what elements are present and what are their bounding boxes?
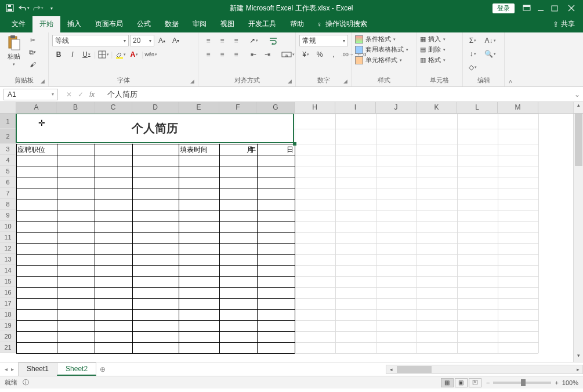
tab-文件[interactable]: 文件 [5,16,32,32]
column-header-A[interactable]: A [16,102,57,113]
tab-帮助[interactable]: 帮助 [283,16,311,32]
find-select-icon[interactable]: 🔍 [484,48,497,60]
align-middle-icon[interactable]: ≡ [216,35,229,46]
decrease-font-icon[interactable]: A▾ [169,35,182,46]
tab-公式[interactable]: 公式 [130,16,158,32]
sheet-tab-Sheet2[interactable]: Sheet2 [57,362,96,376]
cancel-formula-icon[interactable]: ✕ [66,90,72,99]
cells-area[interactable]: 个人简历✛应聘职位填表时间年月日 [16,114,573,362]
bold-button[interactable]: B [52,49,65,60]
row-header-13[interactable]: 13 [0,254,16,265]
row-header-2[interactable]: 2 [0,129,16,144]
column-header-H[interactable]: H [295,102,335,113]
select-all-corner[interactable] [0,102,16,113]
align-center-icon[interactable]: ≡ [216,49,229,60]
page-break-view-icon[interactable]: 凹 [469,378,481,387]
row-header-12[interactable]: 12 [0,243,16,254]
insert-cells-button[interactable]: ▦插入▾ [420,35,446,43]
accounting-icon[interactable]: ¥ [299,49,312,60]
decrease-indent-icon[interactable]: ⇤ [247,49,260,60]
zoom-out-icon[interactable]: − [486,379,490,386]
formula-input[interactable]: 个人简历 [103,89,571,100]
expand-formula-bar-icon[interactable]: ⌄ [571,90,583,99]
zoom-in-icon[interactable]: + [555,379,558,386]
name-box[interactable]: A1 [3,89,58,100]
font-size-combo[interactable]: 20 [130,35,154,46]
font-color-button[interactable]: A [128,49,140,60]
increase-font-icon[interactable]: A▴ [155,35,168,46]
row-header-4[interactable]: 4 [0,155,16,166]
save-icon[interactable] [3,2,16,14]
fill-color-button[interactable] [114,49,126,60]
undo-icon[interactable]: ▾ [17,2,30,14]
column-header-M[interactable]: M [498,102,538,113]
sort-filter-icon[interactable]: A↓ [484,35,497,46]
format-cells-button[interactable]: ▥格式▾ [420,56,446,64]
minimize-icon[interactable] [534,2,547,14]
column-header-D[interactable]: D [132,102,179,113]
number-launcher-icon[interactable]: ◢ [343,78,347,84]
scroll-up-icon[interactable]: ▴ [574,102,583,111]
format-painter-icon[interactable]: 🖌 [27,59,38,70]
redo-icon[interactable]: ▾ [31,2,44,14]
percent-icon[interactable]: % [313,49,326,60]
tab-审阅[interactable]: 审阅 [186,16,213,32]
copy-icon[interactable]: ⧉▾ [27,47,38,57]
column-header-F[interactable]: F [219,102,257,113]
login-button[interactable]: 登录 [493,3,515,13]
column-header-E[interactable]: E [179,102,219,113]
row-header-14[interactable]: 14 [0,265,16,276]
align-right-icon[interactable]: ≡ [230,49,242,60]
cell-styles-button[interactable]: 单元格样式▾ [355,56,402,64]
underline-button[interactable]: U [80,49,93,60]
increase-indent-icon[interactable]: ⇥ [261,49,274,60]
sheet-nav-prev-icon[interactable]: ◂ [5,366,8,372]
tab-视图[interactable]: 视图 [213,16,241,32]
row-header-7[interactable]: 7 [0,188,16,199]
row-header-10[interactable]: 10 [0,221,16,232]
tell-me-search[interactable]: ♀操作说明搜索 [311,19,373,32]
tab-开发工具[interactable]: 开发工具 [241,16,283,32]
column-header-K[interactable]: K [417,102,457,113]
comma-icon[interactable]: , [327,49,340,60]
zoom-control[interactable]: − + 100% [486,379,578,386]
close-icon[interactable] [562,2,581,14]
row-header-1[interactable]: 1 [0,114,16,129]
number-format-combo[interactable]: 常规 [299,35,348,46]
row-header-21[interactable]: 21 [0,342,16,353]
normal-view-icon[interactable]: ▦ [441,378,454,387]
row-header-5[interactable]: 5 [0,166,16,177]
autosum-icon[interactable]: Σ [466,35,479,46]
wrap-text-icon[interactable] [266,35,282,46]
column-header-I[interactable]: I [335,102,376,113]
orientation-icon[interactable]: ↗ [247,35,260,46]
align-left-icon[interactable]: ≡ [202,49,215,60]
tab-开始[interactable]: 开始 [32,16,60,32]
font-name-combo[interactable]: 等线 [52,35,129,46]
paste-button[interactable]: 粘贴 ▾ [3,35,24,67]
merged-title-cell[interactable]: 个人简历 [16,114,294,143]
cut-icon[interactable]: ✂ [27,35,38,45]
tab-页面布局[interactable]: 页面布局 [88,16,130,32]
collapse-ribbon-icon[interactable]: ʌ [505,32,516,86]
merge-center-icon[interactable]: a [280,49,296,60]
column-header-G[interactable]: G [257,102,295,113]
column-header-J[interactable]: J [376,102,417,113]
clear-icon[interactable]: ◇ [466,61,479,73]
sheet-nav-next-icon[interactable]: ▸ [11,366,14,372]
border-button[interactable] [97,49,110,60]
new-sheet-button[interactable]: ⊕ [96,365,109,373]
column-header-B[interactable]: B [57,102,95,113]
page-layout-view-icon[interactable]: ▣ [455,378,468,387]
zoom-level[interactable]: 100% [562,379,578,386]
zoom-slider[interactable] [493,382,551,384]
fill-icon[interactable]: ↓ [466,48,479,60]
sheet-tab-Sheet1[interactable]: Sheet1 [18,362,57,376]
conditional-format-button[interactable]: 条件格式▾ [355,35,396,43]
delete-cells-button[interactable]: ▤删除▾ [420,45,446,54]
insert-function-icon[interactable]: fx [89,90,95,99]
row-header-17[interactable]: 17 [0,298,16,309]
row-header-8[interactable]: 8 [0,199,16,210]
vertical-scrollbar[interactable]: ▾ [573,114,583,362]
row-header-16[interactable]: 16 [0,287,16,298]
